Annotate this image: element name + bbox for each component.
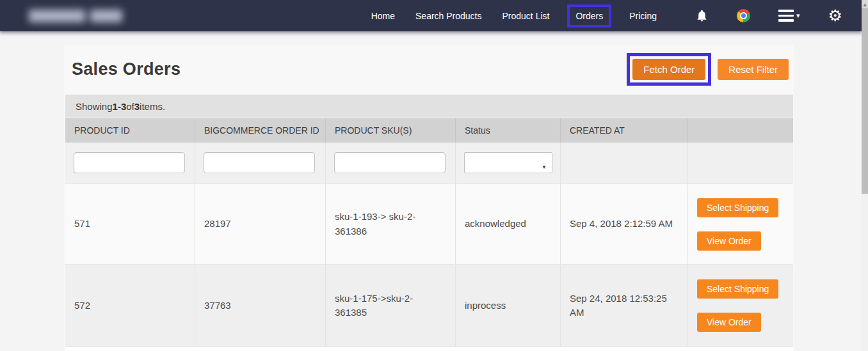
status-filter-select[interactable] (464, 152, 552, 173)
next-row-edge (65, 347, 793, 350)
summary-of-text: of (126, 101, 134, 112)
top-navbar: Home Search Products Product List Orders… (0, 0, 862, 31)
menu-bars (778, 10, 794, 22)
fetch-order-button[interactable]: Fetch Order (632, 59, 705, 80)
scrollbar-up-arrow-icon[interactable]: ▲ (862, 0, 868, 8)
bell-glyph (695, 8, 709, 23)
col-header-product-sku[interactable]: PRODUCT SKU(S) (325, 118, 455, 143)
fetch-order-annotation-box: Fetch Order (627, 53, 711, 86)
summary-showing-text: Showing (76, 101, 113, 112)
cell-sku: sku-1-175->sku-2-361385 (325, 265, 455, 347)
summary-items-text: items. (140, 101, 165, 112)
settings-gear-icon[interactable]: ⚙ (828, 8, 842, 24)
nav-item-orders[interactable]: Orders (567, 4, 611, 27)
status-filter-wrap: ▼ (464, 157, 552, 168)
sku-filter-input[interactable] (334, 152, 446, 173)
gear-glyph: ⚙ (828, 8, 842, 24)
table-header-row: PRODUCT ID BIGCOMMERCE ORDER ID PRODUCT … (65, 118, 793, 143)
filter-cell-created-at (560, 143, 687, 183)
page-title: Sales Orders (72, 59, 181, 79)
cell-order-id: 37763 (195, 265, 325, 347)
nav-item-home[interactable]: Home (371, 6, 395, 26)
header-icon-group: ▾ ⚙ (667, 8, 842, 24)
title-row: Sales Orders Fetch Order Reset Filter (64, 45, 794, 85)
reset-filter-button[interactable]: Reset Filter (718, 59, 789, 80)
filter-cell-actions (687, 143, 793, 183)
vertical-scrollbar[interactable]: ▲ (862, 0, 868, 351)
col-header-created-at[interactable]: CREATED AT (560, 118, 687, 143)
order-id-filter-input[interactable] (204, 152, 315, 173)
order-toolbar: Fetch Order Reset Filter (627, 53, 789, 86)
cell-sku: sku-1-193-> sku-2-361386 (325, 184, 455, 264)
cell-order-id: 28197 (195, 184, 325, 264)
chevron-down-icon: ▾ (796, 12, 800, 19)
summary-range: 1-3 (113, 101, 127, 112)
cell-created-at: Sep 4, 2018 2:12:59 AM (560, 184, 687, 264)
col-header-product-id[interactable]: PRODUCT ID (65, 118, 195, 143)
select-shipping-button[interactable]: Select Shipping (697, 279, 778, 299)
table-row: 572 37763 sku-1-175->sku-2-361385 inproc… (65, 264, 793, 347)
summary-total: 3 (134, 101, 140, 112)
view-order-button[interactable]: View Order (697, 231, 761, 251)
scrollbar-thumb[interactable] (862, 8, 868, 194)
main-nav: Home Search Products Product List Orders… (361, 4, 667, 27)
filter-cell-status: ▼ (455, 143, 560, 183)
view-order-button[interactable]: View Order (697, 313, 761, 332)
logo-blur-word-2 (90, 10, 122, 22)
cell-actions: Select Shipping View Order (687, 265, 793, 347)
chrome-browser-icon[interactable] (737, 9, 750, 22)
logo-blur-word-1 (29, 10, 85, 22)
hamburger-menu-icon[interactable]: ▾ (778, 10, 800, 22)
table-summary: Showing 1-3 of 3 items. (65, 95, 793, 118)
select-shipping-button[interactable]: Select Shipping (697, 198, 778, 217)
chrome-center-dot (740, 12, 747, 19)
notification-bell-icon[interactable] (695, 8, 709, 23)
col-header-bigcommerce-order-id[interactable]: BIGCOMMERCE ORDER ID (195, 118, 325, 143)
app-logo[interactable] (29, 10, 122, 22)
sales-orders-panel: Sales Orders Fetch Order Reset Filter Sh… (64, 45, 794, 351)
col-header-status[interactable]: Status (455, 118, 560, 143)
product-id-filter-input[interactable] (74, 152, 185, 173)
filter-cell-order-id (195, 143, 325, 183)
orders-table: Showing 1-3 of 3 items. PRODUCT ID BIGCO… (65, 95, 793, 350)
table-filter-row: ▼ (65, 143, 793, 183)
nav-item-search-products[interactable]: Search Products (415, 6, 482, 26)
filter-cell-sku (325, 143, 455, 183)
filter-cell-product-id (65, 143, 195, 183)
cell-status: acknowledged (455, 184, 560, 264)
cell-status: inprocess (455, 265, 560, 347)
col-header-actions (687, 118, 793, 143)
nav-item-pricing[interactable]: Pricing (629, 6, 657, 26)
cell-product-id: 572 (65, 265, 195, 347)
cell-created-at: Sep 24, 2018 12:53:25 AM (560, 265, 687, 347)
table-row: 571 28197 sku-1-193-> sku-2-361386 ackno… (65, 183, 793, 264)
nav-item-product-list[interactable]: Product List (502, 6, 550, 26)
cell-product-id: 571 (65, 184, 195, 264)
chrome-ring (737, 9, 750, 22)
cell-actions: Select Shipping View Order (687, 184, 793, 264)
